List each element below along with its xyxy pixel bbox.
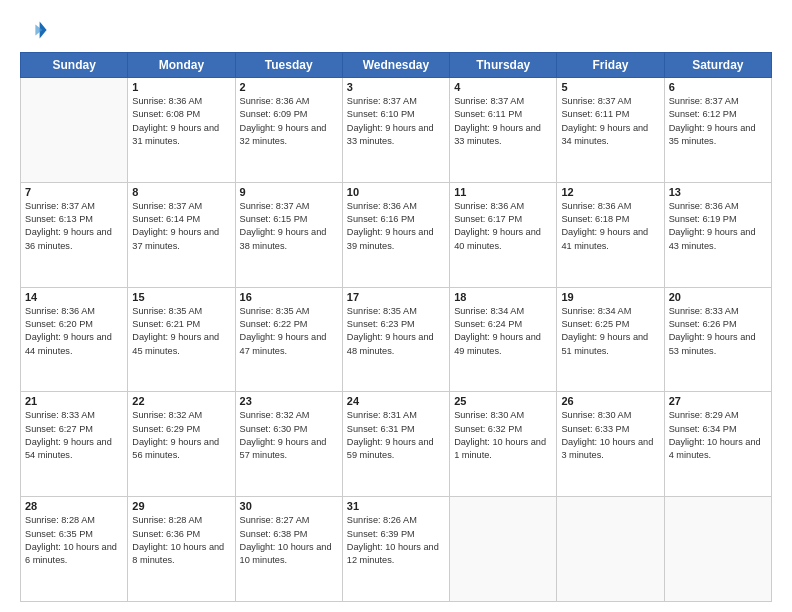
day-info: Sunrise: 8:36 AMSunset: 6:16 PMDaylight:…	[347, 200, 445, 253]
day-info: Sunrise: 8:37 AMSunset: 6:11 PMDaylight:…	[561, 95, 659, 148]
day-info: Sunrise: 8:33 AMSunset: 6:26 PMDaylight:…	[669, 305, 767, 358]
day-number: 30	[240, 500, 338, 512]
day-number: 19	[561, 291, 659, 303]
weekday-header-wednesday: Wednesday	[342, 53, 449, 78]
calendar-cell: 5Sunrise: 8:37 AMSunset: 6:11 PMDaylight…	[557, 78, 664, 183]
day-info: Sunrise: 8:34 AMSunset: 6:24 PMDaylight:…	[454, 305, 552, 358]
calendar-cell: 9Sunrise: 8:37 AMSunset: 6:15 PMDaylight…	[235, 182, 342, 287]
day-number: 18	[454, 291, 552, 303]
day-number: 6	[669, 81, 767, 93]
header	[20, 16, 772, 44]
calendar-table: SundayMondayTuesdayWednesdayThursdayFrid…	[20, 52, 772, 602]
day-info: Sunrise: 8:29 AMSunset: 6:34 PMDaylight:…	[669, 409, 767, 462]
day-number: 26	[561, 395, 659, 407]
weekday-header-thursday: Thursday	[450, 53, 557, 78]
day-number: 27	[669, 395, 767, 407]
calendar-cell: 14Sunrise: 8:36 AMSunset: 6:20 PMDayligh…	[21, 287, 128, 392]
day-number: 5	[561, 81, 659, 93]
day-info: Sunrise: 8:34 AMSunset: 6:25 PMDaylight:…	[561, 305, 659, 358]
calendar-cell: 4Sunrise: 8:37 AMSunset: 6:11 PMDaylight…	[450, 78, 557, 183]
day-number: 25	[454, 395, 552, 407]
logo	[20, 16, 52, 44]
day-info: Sunrise: 8:35 AMSunset: 6:22 PMDaylight:…	[240, 305, 338, 358]
day-number: 20	[669, 291, 767, 303]
calendar-cell: 3Sunrise: 8:37 AMSunset: 6:10 PMDaylight…	[342, 78, 449, 183]
day-number: 9	[240, 186, 338, 198]
calendar-cell: 25Sunrise: 8:30 AMSunset: 6:32 PMDayligh…	[450, 392, 557, 497]
day-info: Sunrise: 8:30 AMSunset: 6:32 PMDaylight:…	[454, 409, 552, 462]
day-number: 10	[347, 186, 445, 198]
day-info: Sunrise: 8:28 AMSunset: 6:36 PMDaylight:…	[132, 514, 230, 567]
calendar-cell: 7Sunrise: 8:37 AMSunset: 6:13 PMDaylight…	[21, 182, 128, 287]
weekday-header-sunday: Sunday	[21, 53, 128, 78]
day-number: 22	[132, 395, 230, 407]
calendar-cell: 10Sunrise: 8:36 AMSunset: 6:16 PMDayligh…	[342, 182, 449, 287]
calendar-cell: 29Sunrise: 8:28 AMSunset: 6:36 PMDayligh…	[128, 497, 235, 602]
weekday-header-friday: Friday	[557, 53, 664, 78]
day-info: Sunrise: 8:33 AMSunset: 6:27 PMDaylight:…	[25, 409, 123, 462]
calendar-cell: 18Sunrise: 8:34 AMSunset: 6:24 PMDayligh…	[450, 287, 557, 392]
calendar-cell: 16Sunrise: 8:35 AMSunset: 6:22 PMDayligh…	[235, 287, 342, 392]
calendar-cell: 8Sunrise: 8:37 AMSunset: 6:14 PMDaylight…	[128, 182, 235, 287]
day-info: Sunrise: 8:36 AMSunset: 6:08 PMDaylight:…	[132, 95, 230, 148]
day-number: 8	[132, 186, 230, 198]
week-row-4: 21Sunrise: 8:33 AMSunset: 6:27 PMDayligh…	[21, 392, 772, 497]
day-info: Sunrise: 8:36 AMSunset: 6:19 PMDaylight:…	[669, 200, 767, 253]
calendar-cell	[664, 497, 771, 602]
weekday-header-row: SundayMondayTuesdayWednesdayThursdayFrid…	[21, 53, 772, 78]
calendar-cell: 22Sunrise: 8:32 AMSunset: 6:29 PMDayligh…	[128, 392, 235, 497]
calendar-cell: 27Sunrise: 8:29 AMSunset: 6:34 PMDayligh…	[664, 392, 771, 497]
calendar-cell: 15Sunrise: 8:35 AMSunset: 6:21 PMDayligh…	[128, 287, 235, 392]
calendar-cell: 6Sunrise: 8:37 AMSunset: 6:12 PMDaylight…	[664, 78, 771, 183]
day-number: 21	[25, 395, 123, 407]
week-row-3: 14Sunrise: 8:36 AMSunset: 6:20 PMDayligh…	[21, 287, 772, 392]
day-info: Sunrise: 8:36 AMSunset: 6:09 PMDaylight:…	[240, 95, 338, 148]
calendar-cell: 24Sunrise: 8:31 AMSunset: 6:31 PMDayligh…	[342, 392, 449, 497]
week-row-2: 7Sunrise: 8:37 AMSunset: 6:13 PMDaylight…	[21, 182, 772, 287]
calendar-cell: 2Sunrise: 8:36 AMSunset: 6:09 PMDaylight…	[235, 78, 342, 183]
day-info: Sunrise: 8:37 AMSunset: 6:10 PMDaylight:…	[347, 95, 445, 148]
day-info: Sunrise: 8:36 AMSunset: 6:18 PMDaylight:…	[561, 200, 659, 253]
day-info: Sunrise: 8:36 AMSunset: 6:17 PMDaylight:…	[454, 200, 552, 253]
day-number: 29	[132, 500, 230, 512]
day-number: 31	[347, 500, 445, 512]
calendar-cell	[21, 78, 128, 183]
calendar-cell	[450, 497, 557, 602]
logo-icon	[20, 16, 48, 44]
day-info: Sunrise: 8:26 AMSunset: 6:39 PMDaylight:…	[347, 514, 445, 567]
weekday-header-saturday: Saturday	[664, 53, 771, 78]
day-info: Sunrise: 8:37 AMSunset: 6:13 PMDaylight:…	[25, 200, 123, 253]
calendar-cell: 1Sunrise: 8:36 AMSunset: 6:08 PMDaylight…	[128, 78, 235, 183]
page: SundayMondayTuesdayWednesdayThursdayFrid…	[0, 0, 792, 612]
day-info: Sunrise: 8:32 AMSunset: 6:29 PMDaylight:…	[132, 409, 230, 462]
calendar-cell: 11Sunrise: 8:36 AMSunset: 6:17 PMDayligh…	[450, 182, 557, 287]
day-number: 23	[240, 395, 338, 407]
day-number: 2	[240, 81, 338, 93]
day-number: 16	[240, 291, 338, 303]
calendar-cell: 28Sunrise: 8:28 AMSunset: 6:35 PMDayligh…	[21, 497, 128, 602]
calendar-cell: 23Sunrise: 8:32 AMSunset: 6:30 PMDayligh…	[235, 392, 342, 497]
calendar-cell: 17Sunrise: 8:35 AMSunset: 6:23 PMDayligh…	[342, 287, 449, 392]
week-row-1: 1Sunrise: 8:36 AMSunset: 6:08 PMDaylight…	[21, 78, 772, 183]
calendar-cell: 26Sunrise: 8:30 AMSunset: 6:33 PMDayligh…	[557, 392, 664, 497]
day-number: 12	[561, 186, 659, 198]
calendar-cell: 12Sunrise: 8:36 AMSunset: 6:18 PMDayligh…	[557, 182, 664, 287]
day-info: Sunrise: 8:30 AMSunset: 6:33 PMDaylight:…	[561, 409, 659, 462]
calendar-cell: 21Sunrise: 8:33 AMSunset: 6:27 PMDayligh…	[21, 392, 128, 497]
day-info: Sunrise: 8:27 AMSunset: 6:38 PMDaylight:…	[240, 514, 338, 567]
day-number: 7	[25, 186, 123, 198]
weekday-header-monday: Monday	[128, 53, 235, 78]
day-number: 28	[25, 500, 123, 512]
day-info: Sunrise: 8:35 AMSunset: 6:21 PMDaylight:…	[132, 305, 230, 358]
day-info: Sunrise: 8:37 AMSunset: 6:11 PMDaylight:…	[454, 95, 552, 148]
day-number: 15	[132, 291, 230, 303]
day-info: Sunrise: 8:37 AMSunset: 6:15 PMDaylight:…	[240, 200, 338, 253]
day-number: 14	[25, 291, 123, 303]
day-number: 1	[132, 81, 230, 93]
day-number: 24	[347, 395, 445, 407]
day-number: 13	[669, 186, 767, 198]
day-info: Sunrise: 8:36 AMSunset: 6:20 PMDaylight:…	[25, 305, 123, 358]
day-info: Sunrise: 8:28 AMSunset: 6:35 PMDaylight:…	[25, 514, 123, 567]
day-info: Sunrise: 8:37 AMSunset: 6:12 PMDaylight:…	[669, 95, 767, 148]
calendar-cell	[557, 497, 664, 602]
